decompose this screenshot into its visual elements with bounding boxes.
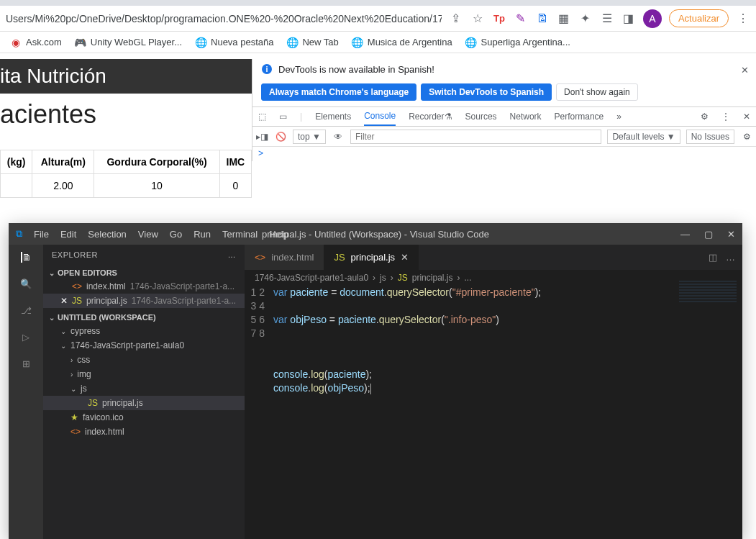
devtools-close-icon[interactable]: ✕ (743, 112, 750, 122)
console-output[interactable]: > (252, 147, 756, 161)
page-content: ita Nutrición acientes (kg) Altura(m) Go… (0, 59, 252, 198)
sidepanel-icon[interactable]: ◨ (621, 12, 636, 26)
text-cursor (370, 384, 371, 394)
minimize-icon[interactable]: — (680, 229, 690, 240)
devtools-settings-icon[interactable]: ⚙ (701, 112, 709, 122)
reading-list-icon[interactable]: ☰ (600, 12, 614, 26)
open-editor-principal[interactable]: ✕ JS principal.js 1746-JavaScript-parte1… (43, 294, 245, 308)
share-icon[interactable]: ⇪ (449, 12, 463, 26)
debug-icon[interactable]: ▷ (22, 332, 29, 343)
bookmark-superliga[interactable]: 🌐Superliga Argentina... (465, 37, 570, 48)
update-chrome-button[interactable]: Actualizar (669, 9, 729, 27)
breadcrumb[interactable]: 1746-JavaScript-parte1-aula0› js› JSprin… (245, 270, 742, 286)
bookmark-unity[interactable]: 🎮Unity WebGL Player... (75, 37, 182, 48)
omnibox-row: Users/Mi%20pc/OneDrive/Desktop/programac… (0, 6, 756, 32)
menu-view[interactable]: View (138, 229, 158, 240)
issues-counter[interactable]: No Issues (686, 130, 734, 144)
folder-project[interactable]: ⌄1746-JavaScript-parte1-aula0 (43, 338, 245, 353)
editor-more-icon[interactable]: … (726, 252, 735, 263)
ext-wand-icon[interactable]: ✎ (514, 12, 528, 26)
tab-recorder[interactable]: Recorder ⚗ (409, 107, 452, 126)
cell-altura: 2.00 (32, 174, 94, 198)
infobar-text: DevTools is now available in Spanish! (278, 64, 434, 75)
menu-file[interactable]: File (34, 229, 49, 240)
minimap[interactable] (679, 281, 737, 302)
ext-pdf-icon[interactable]: 🖺 (535, 12, 550, 26)
menu-terminal[interactable]: Terminal (222, 229, 258, 240)
bookmark-newtab[interactable]: 🌐New Tab (286, 37, 338, 48)
cell-imc: 0 (219, 174, 251, 198)
page-subtitle: acientes (0, 94, 252, 135)
folder-js[interactable]: ⌄js (43, 381, 245, 396)
favicon-file-icon: ★ (70, 412, 78, 422)
menu-selection[interactable]: Selection (88, 229, 126, 240)
html-file-icon: <> (255, 252, 265, 263)
open-editors-section[interactable]: ⌄OPEN EDITORS (43, 266, 245, 279)
tab-console[interactable]: Console (364, 107, 396, 126)
bookmark-musica[interactable]: 🌐Musica de Argentina (352, 37, 452, 48)
html-file-icon: <> (72, 281, 82, 291)
inspect-icon[interactable]: ⬚ (258, 112, 266, 122)
bookmark-ask[interactable]: ◉Ask.com (10, 37, 62, 48)
console-settings-icon[interactable]: ⚙ (737, 132, 756, 142)
source-control-icon[interactable]: ⎇ (21, 305, 32, 316)
extensions-activity-icon[interactable]: ⊞ (22, 358, 30, 369)
tab-sources[interactable]: Sources (465, 107, 497, 126)
file-principal-js[interactable]: JSprincipal.js (43, 396, 245, 410)
maximize-icon[interactable]: ▢ (704, 229, 713, 240)
log-levels-select[interactable]: Default levels ▼ (607, 130, 680, 144)
file-favicon[interactable]: ★favicon.ico (43, 410, 245, 425)
patients-table: (kg) Altura(m) Gordura Corporal(%) IMC 2… (0, 150, 252, 198)
console-toolbar: ▸◨ 🚫 top ▼ 👁 Default levels ▼ No Issues … (252, 127, 756, 147)
star-icon[interactable]: ☆ (470, 12, 485, 26)
js-file-icon: JS (72, 296, 82, 306)
profile-avatar[interactable]: A (643, 9, 662, 28)
vscode-titlebar: ⧉ File Edit Selection View Go Run Termin… (9, 223, 742, 245)
split-editor-icon[interactable]: ◫ (709, 252, 717, 263)
sidebar-more-icon[interactable]: … (228, 250, 237, 259)
file-index-html[interactable]: <>index.html (43, 425, 245, 439)
clear-console-icon[interactable]: 🚫 (271, 132, 290, 142)
execution-context-select[interactable]: top ▼ (293, 130, 326, 144)
ext-tp-icon[interactable]: Tp (492, 12, 506, 26)
switch-devtools-button[interactable]: Switch DevTools to Spanish (421, 83, 552, 101)
tab-elements[interactable]: Elements (315, 107, 351, 126)
bookmarks-bar: ◉Ask.com 🎮Unity WebGL Player... 🌐Nueva p… (0, 32, 756, 53)
menu-go[interactable]: Go (170, 229, 182, 240)
menu-run[interactable]: Run (193, 229, 211, 240)
menu-edit[interactable]: Edit (60, 229, 76, 240)
close-window-icon[interactable]: ✕ (727, 229, 735, 240)
devtools-menu-icon[interactable]: ⋮ (721, 112, 730, 122)
explorer-icon[interactable]: 🗎 (21, 252, 32, 263)
console-filter-input[interactable] (350, 130, 601, 144)
search-icon[interactable]: 🔍 (20, 278, 32, 289)
folder-css[interactable]: ›css (43, 353, 245, 367)
devtools-infobar: i DevTools is now available in Spanish! … (252, 59, 756, 79)
editor-tab-index[interactable]: <>index.html (245, 245, 324, 270)
devtools-panel: i DevTools is now available in Spanish! … (252, 59, 756, 161)
infobar-close-icon[interactable]: ✕ (741, 65, 749, 76)
chrome-menu-icon[interactable]: ⋮ (736, 12, 750, 26)
open-editor-index[interactable]: <> index.html 1746-JavaScript-parte1-a..… (43, 279, 245, 294)
extensions-icon[interactable]: ✦ (578, 12, 593, 26)
dont-show-button[interactable]: Don't show again (556, 83, 638, 101)
editor-tab-principal[interactable]: JSprincipal.js✕ (324, 245, 419, 270)
close-tab-icon[interactable]: ✕ (401, 252, 409, 263)
ext-se-icon[interactable]: ▦ (557, 12, 571, 26)
code-content[interactable]: var paciente = document.querySelector("#… (273, 286, 541, 395)
console-sidebar-icon[interactable]: ▸◨ (252, 132, 271, 142)
device-icon[interactable]: ▭ (279, 112, 287, 122)
live-expression-icon[interactable]: 👁 (329, 132, 347, 142)
folder-img[interactable]: ›img (43, 367, 245, 381)
col-kg: (kg) (1, 150, 32, 174)
bookmark-nueva[interactable]: 🌐Nueva pestaña (195, 37, 273, 48)
editor-area: <>index.html JSprincipal.js✕ ◫ … 1746-Ja… (245, 245, 742, 539)
tab-performance[interactable]: Performance (555, 107, 604, 126)
code-editor[interactable]: 1 2 3 4 5 6 7 8 var paciente = document.… (245, 286, 742, 395)
tab-network[interactable]: Network (510, 107, 542, 126)
folder-cypress[interactable]: ⌄cypress (43, 324, 245, 338)
workspace-section[interactable]: ⌄UNTITLED (WORKSPACE) (43, 311, 245, 324)
more-tabs-icon[interactable]: » (616, 112, 621, 122)
html-file-icon: <> (70, 427, 81, 437)
always-match-button[interactable]: Always match Chrome's language (261, 83, 416, 101)
